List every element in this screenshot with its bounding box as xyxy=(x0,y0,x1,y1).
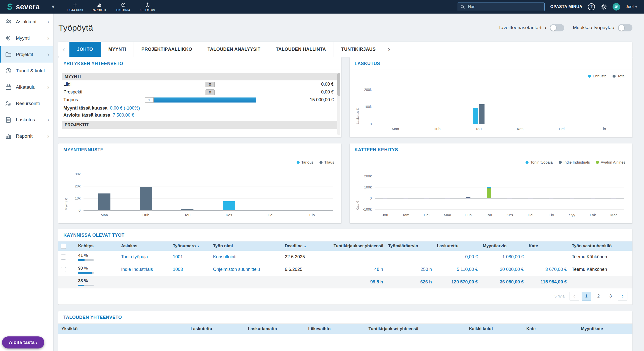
help-icon[interactable]: ? xyxy=(588,3,595,10)
col-tyon-nimi[interactable]: Työn nimi xyxy=(211,241,282,251)
tabs-scroll-left-chevron[interactable]: ‹ xyxy=(58,42,69,57)
col-asiakas[interactable]: Asiakas xyxy=(119,241,170,251)
sidebar-item-aikataulu[interactable]: Aikataulu › xyxy=(0,79,53,95)
search-icon xyxy=(460,5,465,9)
legend-dot xyxy=(613,75,616,78)
gridline xyxy=(375,90,624,90)
progress-value: 41 % xyxy=(78,253,88,258)
col-laskutettu[interactable]: Laskutettu xyxy=(434,241,480,251)
row-checkbox[interactable] xyxy=(61,255,66,260)
tab-johto[interactable]: JOHTO xyxy=(69,42,101,57)
sidebar-item-raportit[interactable]: Raportit › xyxy=(0,128,53,144)
page-button-3[interactable]: 3 xyxy=(606,292,615,301)
sidebar-item-laskutus[interactable]: Laskutus › xyxy=(0,112,53,128)
work-name-link[interactable]: Konsultointi xyxy=(213,254,236,259)
col-tuntikirjaukset[interactable]: Tuntikirjaukset yhteensä xyxy=(366,324,466,334)
col-myyntikate[interactable]: Myyntikate xyxy=(578,324,632,334)
col-tuntikirjaukset[interactable]: Tuntikirjaukset yhteensä xyxy=(331,241,386,251)
col-yksikko[interactable]: Yksikkö xyxy=(58,324,187,334)
work-name-link[interactable]: Ohjelmiston suunnittelu xyxy=(213,267,260,272)
tab-tuntikirjaus[interactable]: TUNTIKIRJAUS xyxy=(334,42,384,57)
progress-bar xyxy=(78,285,94,286)
select-all-checkbox[interactable] xyxy=(61,244,66,249)
billed-link[interactable]: 5 110,00 € xyxy=(457,267,478,272)
month-sales-value[interactable]: 0,00 € (-100%) xyxy=(110,106,140,111)
tab-talouden-hallinta[interactable]: TALOUDEN HALLINTA xyxy=(268,42,334,57)
add-new-button[interactable]: LISÄÄ UUSI xyxy=(63,0,87,14)
col-myyntiarvio[interactable]: Myyntiarvio xyxy=(480,241,526,251)
col-kaikki-kulut[interactable]: Kaikki kulut xyxy=(466,324,523,334)
page-button-2[interactable]: 2 xyxy=(594,292,603,301)
guide-me-button[interactable]: OPASTA MINUA xyxy=(550,5,582,9)
col-kate[interactable]: Kate xyxy=(523,324,578,334)
sidebar-item-tunnit-kulut[interactable]: Tunnit & kulut xyxy=(0,63,53,79)
customer-link[interactable]: Tonin työpaja xyxy=(121,254,148,259)
chart-bar xyxy=(487,187,491,188)
y-tick-label: 200k xyxy=(364,174,372,178)
col-laskuttamatta[interactable]: Laskuttamatta xyxy=(245,324,305,334)
y-tick-label: 100k xyxy=(364,105,372,109)
y-tick-label: 200k xyxy=(364,88,372,92)
tab-talouden-analyysit[interactable]: TALOUDEN ANALYYSIT xyxy=(200,42,268,57)
toggle-knob xyxy=(550,25,556,31)
tab-projektipaallikko[interactable]: PROJEKTIPÄÄLLIKKÖ xyxy=(134,42,200,57)
reports-shortcut-button[interactable]: RAPORTIT xyxy=(87,0,111,14)
sidebar-item-resursointi[interactable]: Resursointi xyxy=(0,95,53,112)
chart-bar xyxy=(487,188,491,198)
row-value: 0,00 € xyxy=(321,89,334,95)
legend-label: Tonin työpaja xyxy=(530,160,552,164)
severa-logo[interactable]: severa xyxy=(0,3,47,11)
row-label: Liidi xyxy=(63,82,71,87)
panel-scrollbar[interactable] xyxy=(337,73,340,135)
sales-value-link[interactable]: 20 000,00 € xyxy=(500,267,524,272)
tabs-scroll-right-chevron[interactable]: › xyxy=(383,42,394,57)
sidebar-item-projektit[interactable]: Projektit › xyxy=(0,46,53,63)
legend-label: Tilaus xyxy=(324,160,334,164)
work-number-link[interactable]: 1001 xyxy=(173,254,183,259)
gridline xyxy=(375,198,624,198)
user-menu[interactable]: Joel ▾ xyxy=(626,4,637,9)
col-laskutettu[interactable]: Laskutettu xyxy=(187,324,245,334)
avatar[interactable]: JR xyxy=(613,3,620,11)
margin-link[interactable]: 3 670,00 € xyxy=(545,267,567,272)
timer-button[interactable]: KELLOTUS xyxy=(135,0,159,14)
page-button-1[interactable]: 1 xyxy=(582,292,591,301)
customer-link[interactable]: Indie Industrials xyxy=(121,267,153,272)
col-kehitys[interactable]: Kehitys xyxy=(75,241,118,251)
chart-bar xyxy=(549,198,553,198)
sidebar-item-myynti[interactable]: Myynti › xyxy=(0,30,53,46)
estimate-link[interactable]: 250 h xyxy=(421,267,432,272)
col-deadline[interactable]: Deadline▲ xyxy=(282,241,331,251)
col-liikevaihto[interactable]: Liikevaihto xyxy=(305,324,366,334)
work-number-link[interactable]: 1003 xyxy=(173,267,183,272)
scrollbar-thumb[interactable] xyxy=(337,73,340,96)
settings-gear-icon[interactable] xyxy=(600,4,607,10)
sidebar-item-asiakkaat[interactable]: Asiakkaat › xyxy=(0,14,53,30)
panel-title: YRITYKSEN YHTEENVETO xyxy=(58,57,341,70)
col-kate[interactable]: Kate xyxy=(526,241,569,251)
menu-collapse-chevron-icon[interactable]: ▾ xyxy=(47,0,59,14)
col-tyomaaraarvio[interactable]: Työmääräarvio xyxy=(386,241,434,251)
billed-link[interactable]: 0,00 € xyxy=(465,254,478,259)
tarjous-value-bar xyxy=(146,97,257,103)
month-sales-label: Myynti tässä kuussa xyxy=(63,106,107,111)
month-estimate-value[interactable]: 7 500,00 € xyxy=(113,113,134,118)
search-input[interactable] xyxy=(458,3,545,11)
start-here-button[interactable]: Aloita tästä › xyxy=(2,336,44,348)
sales-value-link[interactable]: 1 080,00 € xyxy=(502,254,524,259)
history-button[interactable]: HISTORIA xyxy=(111,0,135,14)
col-vastuuhenkilo[interactable]: Työn vastuuhenkilö xyxy=(569,241,632,251)
goal-mode-toggle[interactable] xyxy=(550,24,564,31)
sidebar-label: Asiakkaat xyxy=(16,19,43,25)
hours-link[interactable]: 48 h xyxy=(374,267,383,272)
gridline xyxy=(375,209,624,210)
edit-dashboard-toggle[interactable] xyxy=(618,24,632,31)
next-page-chevron[interactable]: › xyxy=(618,292,627,301)
dashboard-tabbar: ‹ JOHTO MYYNTI PROJEKTIPÄÄLLIKKÖ TALOUDE… xyxy=(58,42,632,57)
customers-icon xyxy=(5,18,12,25)
invoice-icon xyxy=(5,116,12,123)
prev-page-chevron[interactable]: ‹ xyxy=(570,292,579,301)
col-tyonumero[interactable]: Työnumero▲ xyxy=(170,241,211,251)
tab-myynti[interactable]: MYYNTI xyxy=(101,42,134,57)
row-checkbox[interactable] xyxy=(61,267,66,272)
